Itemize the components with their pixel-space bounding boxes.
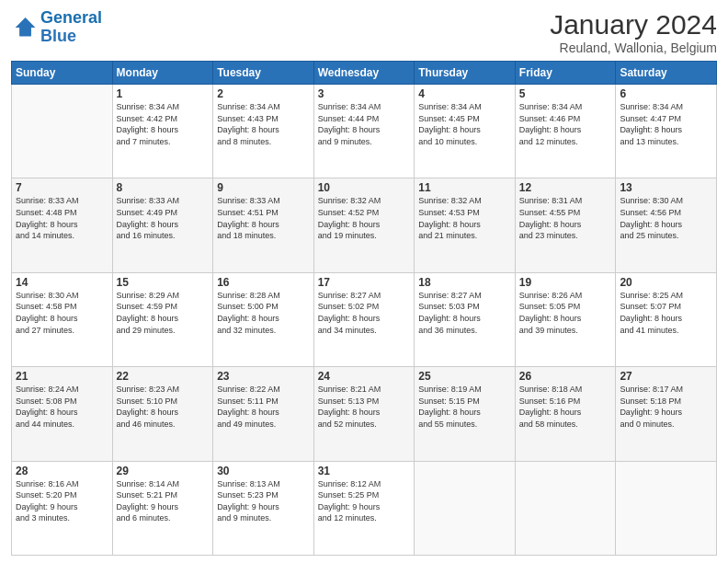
header-friday: Friday	[515, 62, 616, 85]
day-info: Sunrise: 8:26 AM Sunset: 5:05 PM Dayligh…	[519, 290, 612, 336]
day-info: Sunrise: 8:34 AM Sunset: 4:42 PM Dayligh…	[117, 101, 210, 147]
day-number: 6	[620, 87, 712, 100]
table-row: 24Sunrise: 8:21 AM Sunset: 5:13 PM Dayli…	[313, 367, 415, 461]
svg-rect-1	[19, 28, 30, 36]
day-number: 2	[217, 87, 310, 100]
day-number: 18	[418, 276, 511, 289]
header-tuesday: Tuesday	[213, 62, 314, 85]
calendar-week-row: 21Sunrise: 8:24 AM Sunset: 5:08 PM Dayli…	[12, 367, 717, 461]
table-row: 3Sunrise: 8:34 AM Sunset: 4:44 PM Daylig…	[313, 85, 415, 178]
day-number: 21	[16, 370, 108, 383]
table-row: 25Sunrise: 8:19 AM Sunset: 5:15 PM Dayli…	[415, 367, 516, 461]
day-number: 27	[620, 370, 712, 383]
table-row: 23Sunrise: 8:22 AM Sunset: 5:11 PM Dayli…	[213, 367, 314, 461]
table-row	[12, 85, 113, 178]
header-sunday: Sunday	[12, 62, 113, 85]
day-info: Sunrise: 8:28 AM Sunset: 5:00 PM Dayligh…	[217, 290, 310, 336]
day-info: Sunrise: 8:34 AM Sunset: 4:43 PM Dayligh…	[217, 101, 310, 147]
calendar-week-row: 14Sunrise: 8:30 AM Sunset: 4:58 PM Dayli…	[12, 272, 717, 366]
table-row: 1Sunrise: 8:34 AM Sunset: 4:42 PM Daylig…	[112, 85, 213, 178]
day-number: 28	[16, 465, 108, 477]
day-number: 8	[117, 181, 210, 194]
day-info: Sunrise: 8:12 AM Sunset: 5:25 PM Dayligh…	[318, 478, 411, 524]
day-info: Sunrise: 8:30 AM Sunset: 4:56 PM Dayligh…	[620, 195, 712, 241]
table-row	[415, 461, 516, 555]
page: General Blue January 2024 Reuland, Wallo…	[0, 0, 728, 563]
day-info: Sunrise: 8:32 AM Sunset: 4:53 PM Dayligh…	[418, 195, 511, 241]
table-row: 8Sunrise: 8:33 AM Sunset: 4:49 PM Daylig…	[112, 178, 213, 272]
table-row: 2Sunrise: 8:34 AM Sunset: 4:43 PM Daylig…	[213, 85, 314, 178]
table-row: 22Sunrise: 8:23 AM Sunset: 5:10 PM Dayli…	[112, 367, 213, 461]
day-info: Sunrise: 8:27 AM Sunset: 5:02 PM Dayligh…	[318, 290, 411, 336]
table-row: 5Sunrise: 8:34 AM Sunset: 4:46 PM Daylig…	[515, 85, 616, 178]
table-row: 4Sunrise: 8:34 AM Sunset: 4:45 PM Daylig…	[415, 85, 516, 178]
day-number: 26	[519, 370, 612, 383]
calendar-week-row: 1Sunrise: 8:34 AM Sunset: 4:42 PM Daylig…	[12, 85, 717, 178]
month-title: January 2024	[550, 9, 717, 40]
table-row: 31Sunrise: 8:12 AM Sunset: 5:25 PM Dayli…	[313, 461, 415, 555]
table-row: 20Sunrise: 8:25 AM Sunset: 5:07 PM Dayli…	[616, 272, 717, 366]
day-info: Sunrise: 8:14 AM Sunset: 5:21 PM Dayligh…	[117, 478, 210, 524]
day-number: 4	[418, 87, 511, 100]
day-info: Sunrise: 8:34 AM Sunset: 4:46 PM Dayligh…	[519, 101, 612, 147]
day-number: 23	[217, 370, 310, 383]
table-row: 21Sunrise: 8:24 AM Sunset: 5:08 PM Dayli…	[12, 367, 113, 461]
day-info: Sunrise: 8:29 AM Sunset: 4:59 PM Dayligh…	[117, 290, 210, 336]
table-row: 27Sunrise: 8:17 AM Sunset: 5:18 PM Dayli…	[616, 367, 717, 461]
day-info: Sunrise: 8:34 AM Sunset: 4:44 PM Dayligh…	[318, 101, 411, 147]
day-number: 19	[519, 276, 612, 289]
day-info: Sunrise: 8:22 AM Sunset: 5:11 PM Dayligh…	[217, 384, 310, 430]
table-row	[515, 461, 616, 555]
table-row: 14Sunrise: 8:30 AM Sunset: 4:58 PM Dayli…	[12, 272, 113, 366]
calendar-table: Sunday Monday Tuesday Wednesday Thursday…	[11, 61, 717, 556]
day-number: 14	[16, 276, 108, 289]
day-info: Sunrise: 8:16 AM Sunset: 5:20 PM Dayligh…	[16, 478, 108, 524]
day-number: 16	[217, 276, 310, 289]
table-row: 29Sunrise: 8:14 AM Sunset: 5:21 PM Dayli…	[112, 461, 213, 555]
header-thursday: Thursday	[415, 62, 516, 85]
day-info: Sunrise: 8:25 AM Sunset: 5:07 PM Dayligh…	[620, 290, 712, 336]
logo-line1: General	[40, 8, 102, 27]
day-number: 12	[519, 181, 612, 194]
day-number: 17	[318, 276, 411, 289]
day-number: 1	[117, 87, 210, 100]
table-row: 10Sunrise: 8:32 AM Sunset: 4:52 PM Dayli…	[313, 178, 415, 272]
table-row: 17Sunrise: 8:27 AM Sunset: 5:02 PM Dayli…	[313, 272, 415, 366]
day-info: Sunrise: 8:24 AM Sunset: 5:08 PM Dayligh…	[16, 384, 108, 430]
day-info: Sunrise: 8:33 AM Sunset: 4:48 PM Dayligh…	[16, 195, 108, 241]
table-row: 15Sunrise: 8:29 AM Sunset: 4:59 PM Dayli…	[112, 272, 213, 366]
day-number: 3	[318, 87, 411, 100]
table-row: 11Sunrise: 8:32 AM Sunset: 4:53 PM Dayli…	[415, 178, 516, 272]
day-info: Sunrise: 8:13 AM Sunset: 5:23 PM Dayligh…	[217, 478, 310, 524]
day-number: 30	[217, 465, 310, 477]
day-number: 24	[318, 370, 411, 383]
table-row: 30Sunrise: 8:13 AM Sunset: 5:23 PM Dayli…	[213, 461, 314, 555]
calendar-header-row: Sunday Monday Tuesday Wednesday Thursday…	[12, 62, 717, 85]
day-number: 29	[117, 465, 210, 477]
day-info: Sunrise: 8:21 AM Sunset: 5:13 PM Dayligh…	[318, 384, 411, 430]
day-info: Sunrise: 8:34 AM Sunset: 4:47 PM Dayligh…	[620, 101, 712, 147]
day-number: 5	[519, 87, 612, 100]
table-row: 16Sunrise: 8:28 AM Sunset: 5:00 PM Dayli…	[213, 272, 314, 366]
location-subtitle: Reuland, Wallonia, Belgium	[550, 40, 717, 55]
day-number: 22	[117, 370, 210, 383]
header-saturday: Saturday	[616, 62, 717, 85]
calendar-week-row: 7Sunrise: 8:33 AM Sunset: 4:48 PM Daylig…	[12, 178, 717, 272]
table-row: 12Sunrise: 8:31 AM Sunset: 4:55 PM Dayli…	[515, 178, 616, 272]
day-info: Sunrise: 8:32 AM Sunset: 4:52 PM Dayligh…	[318, 195, 411, 241]
header: General Blue January 2024 Reuland, Wallo…	[11, 9, 717, 55]
calendar-week-row: 28Sunrise: 8:16 AM Sunset: 5:20 PM Dayli…	[12, 461, 717, 555]
table-row	[616, 461, 717, 555]
day-number: 9	[217, 181, 310, 194]
table-row: 6Sunrise: 8:34 AM Sunset: 4:47 PM Daylig…	[616, 85, 717, 178]
table-row: 13Sunrise: 8:30 AM Sunset: 4:56 PM Dayli…	[616, 178, 717, 272]
day-info: Sunrise: 8:27 AM Sunset: 5:03 PM Dayligh…	[418, 290, 511, 336]
day-number: 7	[16, 181, 108, 194]
title-block: January 2024 Reuland, Wallonia, Belgium	[550, 9, 717, 55]
day-info: Sunrise: 8:31 AM Sunset: 4:55 PM Dayligh…	[519, 195, 612, 241]
table-row: 7Sunrise: 8:33 AM Sunset: 4:48 PM Daylig…	[12, 178, 113, 272]
day-info: Sunrise: 8:23 AM Sunset: 5:10 PM Dayligh…	[117, 384, 210, 430]
table-row: 26Sunrise: 8:18 AM Sunset: 5:16 PM Dayli…	[515, 367, 616, 461]
header-monday: Monday	[112, 62, 213, 85]
day-info: Sunrise: 8:18 AM Sunset: 5:16 PM Dayligh…	[519, 384, 612, 430]
